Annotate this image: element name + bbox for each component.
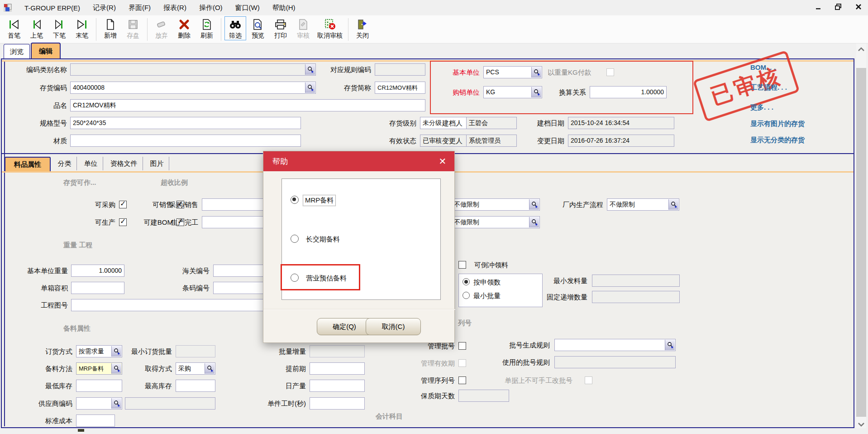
subtab-image[interactable]: 图片 (145, 157, 169, 170)
option-long-lead-label[interactable]: 长交期备料 (304, 234, 342, 245)
restore-button[interactable] (834, 2, 844, 12)
base-weight-field[interactable]: 1.00000 (71, 265, 124, 277)
lookup-icon[interactable] (305, 82, 315, 93)
new-button[interactable]: 新增 (100, 16, 121, 40)
new-document-icon (105, 18, 116, 31)
issue-by-request-radio[interactable] (463, 278, 470, 285)
printer-icon (274, 18, 287, 31)
lead-time-field[interactable] (310, 362, 365, 375)
filter-button[interactable]: 筛选 (224, 16, 246, 40)
backflush-checkbox[interactable] (458, 261, 466, 269)
order-mode-dropdown[interactable]: 按需求量 (76, 345, 122, 357)
cancel-button[interactable]: 取消(C) (366, 318, 421, 335)
lookup-icon[interactable] (665, 340, 675, 350)
min-batch-radio[interactable] (463, 292, 470, 299)
spec-field[interactable]: 250*240*35 (70, 117, 301, 129)
save-button: 存盘 (122, 16, 144, 40)
min-stock-field[interactable] (76, 380, 122, 392)
discard-button: 放弃 (151, 16, 172, 40)
toolbar: 首笔 上笔 下笔 末笔 新增 存盘 放弃 删除 (0, 15, 868, 43)
lookup-icon[interactable] (111, 363, 121, 374)
subtab-unit[interactable]: 单位 (79, 157, 103, 170)
restriction-dropdown-2[interactable]: 不做限制 (451, 216, 540, 228)
menu-item-report[interactable]: 报表(R) (157, 2, 193, 14)
section-over-receive-title: 超收比例 (161, 178, 188, 187)
code-class-field[interactable] (70, 63, 316, 76)
audit-page-icon (298, 18, 309, 31)
lookup-icon[interactable] (529, 217, 539, 227)
print-button[interactable]: 打印 (270, 16, 291, 40)
link-more[interactable]: 更多. . . (750, 103, 773, 112)
prep-method-dropdown[interactable]: MRP备料 (76, 362, 122, 375)
refresh-button[interactable]: 刷新 (196, 16, 218, 40)
factory-flow-dropdown[interactable]: 不做限制 (607, 198, 679, 211)
option-mrp-label[interactable]: MRP备料 (303, 195, 335, 206)
lookup-icon[interactable] (529, 199, 539, 210)
link-process-flow[interactable]: 工艺流程. . . (750, 83, 787, 92)
ok-button[interactable]: 确定(Q) (317, 318, 372, 335)
box-volume-field[interactable] (71, 282, 124, 294)
can-purchase-checkbox[interactable] (119, 201, 127, 208)
cancel-audit-button[interactable]: 取消审核 (315, 16, 345, 40)
manage-batch-checkbox[interactable] (458, 342, 466, 350)
scroll-up-icon[interactable] (857, 46, 865, 53)
lookup-icon[interactable] (111, 346, 121, 357)
lookup-icon[interactable] (111, 398, 121, 409)
batch-rule-label: 批号生成规则 (509, 339, 550, 351)
std-cost-field[interactable] (76, 415, 115, 427)
tab-browse[interactable]: 浏览 (4, 44, 30, 59)
subtab-qualification[interactable]: 资格文件 (105, 157, 143, 170)
product-name-field[interactable]: CR12MOV精料 (70, 99, 425, 111)
can-produce-checkbox[interactable] (119, 218, 127, 226)
product-name-label: 品名 (9, 99, 67, 111)
menu-item-window[interactable]: 窗口(W) (229, 2, 266, 14)
dialog-close-icon[interactable]: ✕ (437, 156, 448, 167)
daily-output-field[interactable] (310, 380, 365, 392)
close-window-button[interactable]: 关闭 (352, 16, 373, 40)
modify-date-label: 变更日期 (523, 135, 564, 147)
close-button[interactable] (854, 2, 863, 12)
last-record-button[interactable]: 末笔 (71, 16, 93, 40)
create-date-label: 建档日期 (523, 117, 564, 129)
help-dialog-titlebar[interactable]: 帮助 ✕ (263, 151, 454, 171)
purchase-sale-ratio-label: 采购/销售 (158, 198, 198, 211)
stock-abbr-field[interactable]: CR12MOV精料 (375, 82, 425, 94)
scroll-down-icon[interactable] (857, 421, 865, 428)
first-record-button[interactable]: 首笔 (3, 16, 25, 40)
manage-sn-checkbox[interactable] (458, 376, 466, 384)
link-bom[interactable]: BOM. . . (750, 63, 776, 71)
subtab-item-attributes[interactable]: 料品属性 (5, 157, 51, 172)
subtab-classification[interactable]: 分类 (52, 157, 77, 170)
tab-edit[interactable]: 编辑 (31, 43, 61, 59)
last-record-icon (76, 18, 88, 31)
lookup-icon[interactable] (668, 199, 678, 210)
lookup-icon[interactable] (305, 64, 315, 75)
material-field[interactable] (70, 135, 301, 147)
batch-rule-dropdown[interactable] (554, 339, 676, 351)
previous-record-button[interactable]: 上笔 (26, 16, 48, 40)
minimize-button[interactable] (814, 2, 824, 12)
lookup-icon[interactable] (205, 363, 215, 374)
unit-time-field[interactable] (310, 397, 365, 410)
scrollbar-thumb[interactable] (856, 68, 866, 417)
menu-item-help[interactable]: 帮助(H) (266, 2, 302, 14)
option-mrp-radio[interactable] (291, 196, 299, 204)
menu-item-app[interactable]: T-GROUP ERP(E) (18, 2, 86, 14)
menu-item-interface[interactable]: 界面(F) (122, 2, 157, 14)
preview-button[interactable]: 预览 (247, 16, 269, 40)
factory-flow-label: 厂内生产流程 (545, 198, 603, 211)
link-show-unclassified[interactable]: 显示无分类的存货 (750, 136, 805, 145)
stock-code-field[interactable]: 400400008 (70, 82, 316, 94)
supplier-code-dropdown[interactable] (76, 397, 122, 410)
lead-time-label: 提前期 (276, 362, 306, 375)
next-record-button[interactable]: 下笔 (48, 16, 70, 40)
rule-code-field (375, 63, 425, 76)
restriction-dropdown-1[interactable]: 不做限制 (451, 198, 540, 211)
menu-item-operation[interactable]: 操作(O) (193, 2, 229, 14)
max-stock-field[interactable] (176, 380, 215, 392)
delete-button[interactable]: 删除 (173, 16, 195, 40)
menu-item-record[interactable]: 记录(R) (86, 2, 122, 14)
option-long-lead-radio[interactable] (291, 235, 299, 243)
acquire-mode-dropdown[interactable]: 采购 (176, 362, 215, 375)
link-show-with-image[interactable]: 显示有图片的存货 (750, 120, 805, 128)
